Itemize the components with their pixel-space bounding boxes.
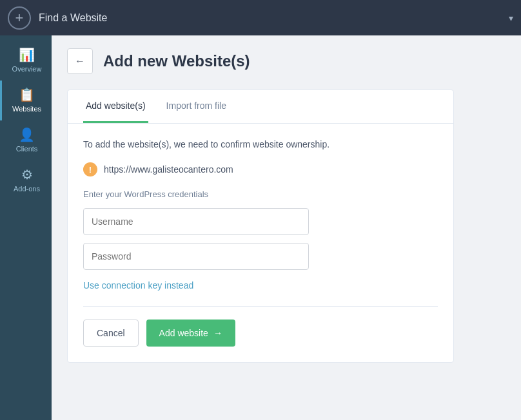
sidebar-item-websites[interactable]: 📋 Websites: [0, 81, 52, 120]
addons-icon: ⚙: [21, 168, 33, 181]
topbar-dropdown-icon: ▾: [509, 13, 513, 23]
credentials-label: Enter your WordPress credentials: [83, 189, 438, 199]
divider: [83, 306, 438, 307]
overview-icon: 📊: [19, 48, 35, 61]
sidebar: 📊 Overview 📋 Websites 👤 Clients ⚙ Add-on…: [0, 35, 52, 420]
add-website-label: Add website: [159, 328, 208, 338]
websites-icon: 📋: [19, 88, 35, 101]
sidebar-label-addons: Add-ons: [14, 185, 40, 193]
clients-icon: 👤: [19, 128, 35, 141]
tab-add-websites[interactable]: Add website(s): [83, 90, 148, 123]
add-website-button[interactable]: Add website →: [146, 320, 235, 347]
content-area: ← Add new Website(s) Add website(s) Impo…: [52, 35, 521, 420]
card-body: To add the website(s), we need to confir…: [68, 124, 453, 362]
website-row: ! https://www.galisteocantero.com: [83, 162, 438, 177]
sidebar-item-clients[interactable]: 👤 Clients: [0, 120, 52, 160]
back-button[interactable]: ←: [67, 48, 93, 74]
arrow-icon: →: [213, 328, 222, 338]
topbar-title: Find a Website: [39, 12, 504, 24]
sidebar-item-overview[interactable]: 📊 Overview: [0, 41, 52, 81]
sidebar-label-overview: Overview: [12, 65, 42, 73]
form-actions: Cancel Add website →: [83, 320, 438, 347]
password-input[interactable]: [83, 243, 309, 270]
topbar-add-button[interactable]: +: [8, 6, 31, 30]
plus-icon: +: [15, 10, 24, 26]
tab-bar: Add website(s) Import from file: [68, 90, 453, 124]
website-url: https://www.galisteocantero.com: [104, 164, 233, 175]
page-header: ← Add new Website(s): [67, 48, 506, 74]
cancel-button[interactable]: Cancel: [83, 320, 139, 347]
warning-icon: !: [83, 162, 97, 177]
page-title: Add new Website(s): [103, 52, 250, 70]
add-website-card: Add website(s) Import from file To add t…: [67, 90, 454, 363]
main-layout: 📊 Overview 📋 Websites 👤 Clients ⚙ Add-on…: [0, 35, 521, 420]
sidebar-label-clients: Clients: [16, 145, 38, 153]
back-icon: ←: [75, 55, 85, 67]
info-text: To add the website(s), we need to confir…: [83, 139, 438, 149]
connection-key-link[interactable]: Use connection key instead: [83, 280, 193, 291]
sidebar-label-websites: Websites: [12, 105, 41, 113]
sidebar-item-addons[interactable]: ⚙ Add-ons: [0, 160, 52, 200]
username-input[interactable]: [83, 208, 309, 235]
tab-import-from-file[interactable]: Import from file: [164, 90, 229, 123]
topbar: + Find a Website ▾: [0, 0, 521, 35]
